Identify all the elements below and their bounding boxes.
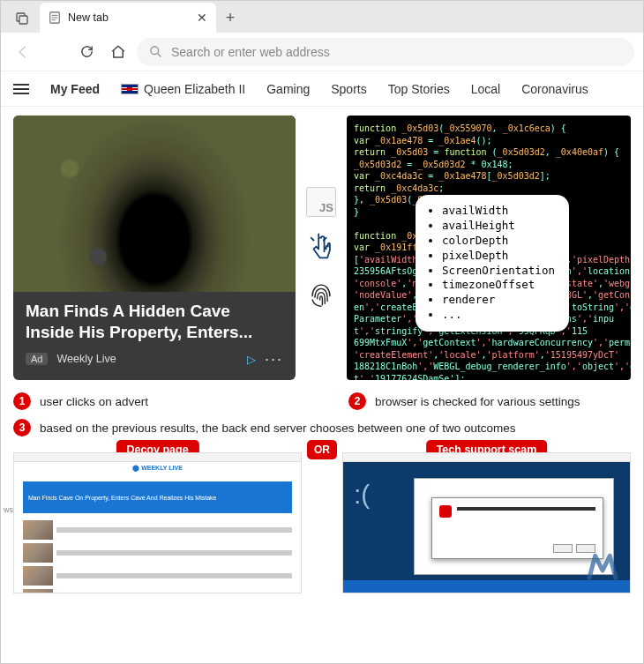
- click-hand-icon: [306, 233, 336, 263]
- page-icon: [49, 11, 61, 24]
- ad-source: Weekly Live: [56, 353, 116, 365]
- scam-outcome: Tech support scam :(: [342, 452, 631, 593]
- javascript-icon: JS: [306, 187, 336, 217]
- back-button[interactable]: [10, 39, 36, 65]
- home-button[interactable]: [105, 39, 131, 65]
- step-text-2: browser is checked for various settings: [375, 395, 580, 408]
- uk-flag-icon: [121, 84, 139, 94]
- bsod-sad-face: :(: [354, 480, 370, 510]
- refresh-button[interactable]: [73, 39, 100, 65]
- decoy-outcome: Decoy page ⬤ WEEKLY LIVE Man Finds Cave …: [13, 452, 302, 593]
- play-icon[interactable]: ▷: [247, 353, 256, 366]
- ad-headline: Man Finds A Hidden Cave Inside His Prope…: [26, 301, 283, 343]
- new-tab-button[interactable]: +: [216, 3, 244, 33]
- step-badge-3: 3: [13, 419, 31, 436]
- svg-rect-1: [19, 16, 27, 24]
- process-icons: JS: [304, 116, 338, 380]
- address-placeholder: Search or enter web address: [171, 45, 330, 59]
- step-badge-2: 2: [348, 392, 366, 410]
- browser-toolbar: Search or enter web address: [1, 33, 643, 71]
- nav-item-4[interactable]: Local: [471, 82, 500, 96]
- address-bar[interactable]: Search or enter web address: [137, 38, 634, 66]
- step-badge-1: 1: [13, 392, 31, 410]
- browser-tab[interactable]: New tab ✕: [40, 3, 216, 33]
- fingerprint-tooltip: availWidthavailHeightcolorDepthpixelDept…: [416, 195, 569, 332]
- tab-close-button[interactable]: ✕: [195, 9, 209, 26]
- nav-item-1[interactable]: Gaming: [266, 82, 310, 96]
- tab-title: New tab: [68, 11, 188, 24]
- search-icon: [149, 45, 162, 58]
- step-text-1: user clicks on advert: [40, 395, 148, 408]
- window-titlebar: New tab ✕ +: [1, 1, 643, 33]
- ad-more-button[interactable]: ···: [265, 350, 283, 369]
- nav-item-0[interactable]: Queen Elizabeth II: [121, 82, 245, 96]
- scam-thumbnail: :(: [342, 452, 631, 593]
- malwarebytes-logo: [582, 548, 623, 584]
- nav-item-3[interactable]: Top Stories: [388, 82, 450, 96]
- svg-line-7: [157, 53, 161, 56]
- ad-card[interactable]: Man Finds A Hidden Cave Inside His Prope…: [13, 116, 296, 380]
- fingerprint-icon: [306, 279, 336, 309]
- nav-my-feed[interactable]: My Feed: [50, 82, 100, 96]
- or-label: OR: [307, 440, 337, 459]
- menu-icon[interactable]: [13, 84, 29, 94]
- feed-nav: My Feed Queen Elizabeth II Gaming Sports…: [1, 71, 643, 107]
- ad-badge: Ad: [26, 353, 48, 365]
- nav-item-2[interactable]: Sports: [331, 82, 366, 96]
- ad-image: [13, 116, 296, 292]
- decoy-thumbnail: ⬤ WEEKLY LIVE Man Finds Cave On Property…: [13, 452, 302, 593]
- code-panel: function _0x5d03(_0x559070, _0x1c6eca) {…: [347, 116, 631, 380]
- decoy-headline: Man Finds Cave On Property, Enters Cave …: [23, 481, 292, 513]
- tab-actions-icon[interactable]: [8, 4, 36, 33]
- nav-item-5[interactable]: Coronavirus: [521, 82, 588, 96]
- step-text-3: based on the previous results, the back …: [40, 422, 516, 435]
